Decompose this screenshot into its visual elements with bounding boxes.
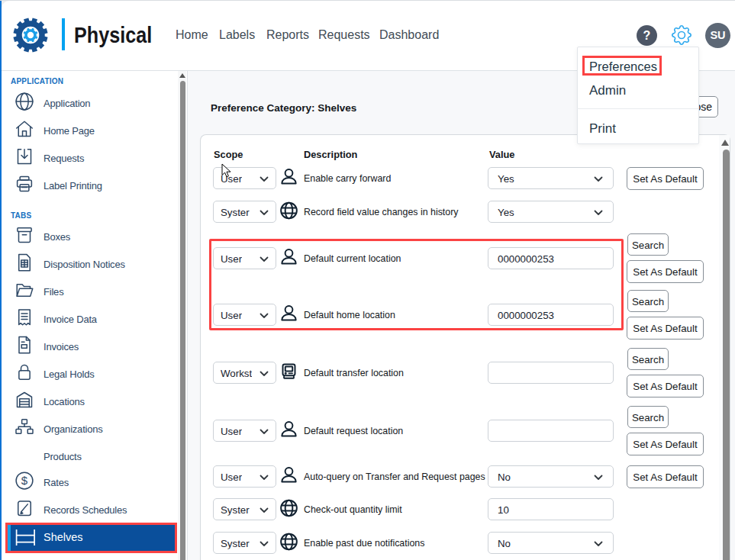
svg-text:$: $ xyxy=(21,474,28,487)
